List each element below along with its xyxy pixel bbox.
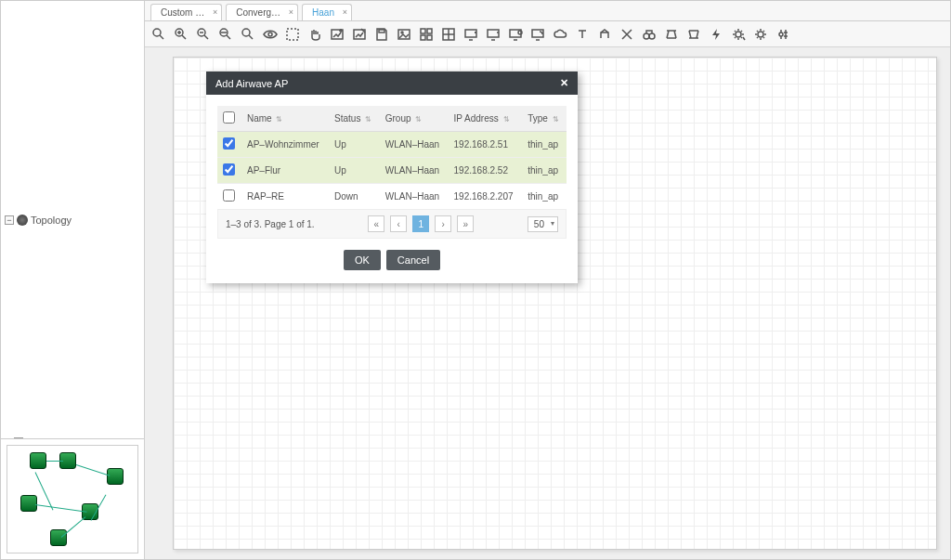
- table-row[interactable]: RAP–REDownWLAN–Haan192.168.2.207thin_ap: [217, 184, 567, 210]
- svg-point-15: [401, 32, 403, 33]
- save-icon[interactable]: [373, 26, 390, 43]
- col-ipaddress[interactable]: IP Address ⇅: [449, 106, 523, 132]
- topology-canvas[interactable]: Add Airwave AP ✕ Name ⇅Status ⇅Group ⇅IP…: [173, 57, 937, 550]
- sort-icon: ⇅: [415, 115, 422, 124]
- pager-first[interactable]: «: [368, 215, 384, 232]
- ap-table: Name ⇅Status ⇅Group ⇅IP Address ⇅Type ⇅ …: [217, 106, 567, 210]
- close-icon[interactable]: ×: [289, 7, 293, 17]
- zoom-fit-icon[interactable]: [217, 26, 234, 43]
- arrange-icon[interactable]: [440, 26, 457, 43]
- col-type[interactable]: Type ⇅: [522, 106, 567, 132]
- svg-rect-17: [427, 29, 432, 33]
- binoculars-icon[interactable]: [641, 26, 658, 43]
- row-checkbox[interactable]: [223, 137, 235, 150]
- tab-label: Custom …: [161, 7, 204, 18]
- dialog-header: Add Airwave AP ✕: [206, 72, 578, 95]
- pager-prev[interactable]: ‹: [390, 215, 407, 232]
- cancel-button[interactable]: Cancel: [386, 250, 440, 270]
- zoom-in-icon[interactable]: [173, 26, 189, 43]
- zoom-reset-icon[interactable]: [240, 26, 256, 43]
- row-checkbox[interactable]: [223, 189, 235, 202]
- zoom-out-icon[interactable]: [195, 26, 212, 43]
- close-icon[interactable]: ×: [213, 7, 217, 17]
- cell-group: WLAN–Haan: [380, 132, 449, 158]
- tab-custom[interactable]: Custom …×: [150, 4, 222, 20]
- sort-icon: ⇅: [503, 115, 510, 124]
- topology-tree: − Topology +Custom Topology+IP Topology+…: [1, 1, 144, 438]
- pager-controls: « ‹ 1 › »: [368, 215, 474, 232]
- pager-row: 1–3 of 3. Page 1 of 1. « ‹ 1 › » 50: [217, 210, 567, 239]
- link-cross-icon[interactable]: [619, 26, 635, 43]
- cell-group: WLAN–Haan: [380, 158, 449, 184]
- grid-icon[interactable]: [418, 26, 435, 43]
- screen-wifi-icon[interactable]: [529, 26, 546, 43]
- bolt-icon[interactable]: [708, 26, 724, 43]
- col-name[interactable]: Name ⇅: [241, 106, 329, 132]
- zoom-select-icon[interactable]: [150, 26, 167, 43]
- tree-root[interactable]: − Topology: [3, 5, 142, 435]
- col-group[interactable]: Group ⇅: [380, 106, 449, 132]
- ok-button[interactable]: OK: [344, 250, 381, 270]
- gear-sliders-icon[interactable]: [775, 26, 791, 43]
- screen-sub-icon[interactable]: [485, 26, 502, 43]
- eye-icon[interactable]: [262, 26, 279, 43]
- sort-icon: ⇅: [553, 115, 559, 124]
- collapse-icon[interactable]: −: [5, 215, 14, 225]
- ws-top-icon[interactable]: [663, 26, 680, 43]
- pager-next[interactable]: ›: [435, 215, 451, 232]
- cloud-icon[interactable]: [552, 26, 568, 43]
- link-top-icon[interactable]: [596, 26, 613, 43]
- svg-rect-18: [421, 35, 425, 40]
- tab-converg[interactable]: Converg…×: [226, 4, 298, 20]
- pager-last[interactable]: »: [457, 215, 474, 232]
- cell-ip: 192.168.2.51: [449, 132, 523, 158]
- cell-name: AP–Flur: [241, 158, 329, 184]
- table-row[interactable]: AP–FlurUpWLAN–Haan192.168.2.52thin_ap: [217, 158, 567, 184]
- cell-type: thin_ap: [522, 184, 567, 210]
- image-edit-icon[interactable]: [351, 26, 368, 43]
- svg-point-28: [736, 32, 741, 37]
- cell-ip: 192.168.2.52: [449, 158, 523, 184]
- svg-point-24: [518, 31, 522, 34]
- gear-filter-icon[interactable]: [730, 26, 747, 43]
- row-checkbox[interactable]: [223, 163, 235, 176]
- svg-rect-10: [287, 29, 298, 40]
- close-icon[interactable]: ×: [343, 7, 347, 17]
- screen-add-icon[interactable]: [462, 26, 479, 43]
- minimap-canvas[interactable]: [7, 445, 138, 553]
- sort-icon: ⇅: [365, 115, 371, 124]
- sidebar: − Topology +Custom Topology+IP Topology+…: [1, 1, 145, 559]
- col-status[interactable]: Status ⇅: [329, 106, 380, 132]
- dialog-title: Add Airwave AP: [215, 78, 288, 89]
- select-all-checkbox[interactable]: [223, 111, 235, 124]
- add-airwave-ap-dialog: Add Airwave AP ✕ Name ⇅Status ⇅Group ⇅IP…: [206, 72, 578, 283]
- svg-rect-22: [488, 30, 499, 37]
- toolbar: [145, 21, 950, 47]
- svg-point-26: [644, 33, 649, 39]
- gear-icon[interactable]: [752, 26, 769, 43]
- svg-point-27: [649, 33, 655, 39]
- cell-status: Up: [329, 132, 380, 158]
- hand-icon[interactable]: [306, 26, 323, 43]
- close-icon[interactable]: ✕: [560, 77, 568, 89]
- screen-net-icon[interactable]: [507, 26, 524, 43]
- cell-group: WLAN–Haan: [380, 184, 449, 210]
- pager-summary: 1–3 of 3. Page 1 of 1.: [226, 219, 315, 229]
- table-row[interactable]: AP–WohnzimmerUpWLAN–Haan192.168.2.51thin…: [217, 132, 567, 158]
- tree-root-label: Topology: [31, 215, 72, 226]
- tab-haan[interactable]: Haan×: [302, 4, 352, 20]
- text-icon[interactable]: [574, 26, 591, 43]
- ws-bottom-icon[interactable]: [685, 26, 702, 43]
- picture-icon[interactable]: [396, 26, 412, 43]
- svg-point-9: [268, 33, 272, 36]
- image-add-icon[interactable]: [329, 26, 345, 43]
- svg-rect-21: [465, 30, 476, 37]
- cell-type: thin_ap: [522, 132, 567, 158]
- svg-point-29: [758, 32, 763, 37]
- tabstrip: Custom …×Converg…×Haan×: [145, 1, 950, 21]
- svg-point-30: [779, 33, 783, 36]
- tab-label: Converg…: [236, 7, 280, 18]
- marquee-icon[interactable]: [284, 26, 301, 43]
- pager-page-1[interactable]: 1: [412, 215, 429, 232]
- page-size-select[interactable]: 50: [528, 216, 558, 232]
